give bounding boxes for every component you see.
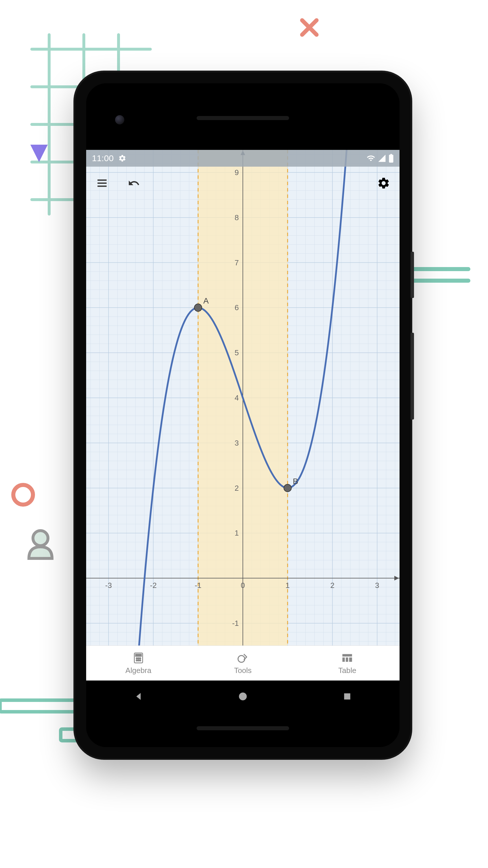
svg-rect-171 <box>343 654 352 656</box>
tools-icon <box>236 652 249 664</box>
svg-text:3: 3 <box>375 581 379 590</box>
phone-top-bezel <box>86 83 399 150</box>
svg-text:-1: -1 <box>232 619 239 627</box>
front-camera <box>115 115 124 124</box>
table-icon <box>341 652 354 664</box>
signal-icon <box>378 154 386 163</box>
undo-button[interactable] <box>127 176 141 190</box>
svg-rect-18 <box>0 700 75 712</box>
tab-algebra[interactable]: Algebra <box>86 646 191 681</box>
svg-text:-1: -1 <box>195 581 201 590</box>
nav-home-button[interactable] <box>236 690 249 703</box>
menu-button[interactable] <box>95 176 109 190</box>
status-bar: 11:00 <box>86 150 399 167</box>
battery-icon <box>389 154 394 163</box>
svg-text:2: 2 <box>330 581 334 590</box>
bottom-tab-bar: Algebra Tools Table <box>86 646 399 681</box>
svg-point-157 <box>284 484 291 492</box>
svg-rect-173 <box>346 657 348 662</box>
svg-rect-172 <box>343 657 345 662</box>
earpiece-speaker <box>197 116 289 120</box>
svg-text:2: 2 <box>235 484 239 492</box>
phone-bezel: -3-2-10123-1123456789AB 11:00 <box>86 83 399 747</box>
svg-text:B: B <box>293 477 298 486</box>
svg-text:3: 3 <box>235 439 239 447</box>
svg-point-168 <box>138 660 139 661</box>
svg-point-165 <box>138 658 139 659</box>
graph-svg: -3-2-10123-1123456789AB <box>86 150 399 646</box>
tab-tools[interactable]: Tools <box>191 646 295 681</box>
nav-recent-button[interactable] <box>341 690 354 703</box>
svg-text:5: 5 <box>235 348 239 357</box>
bottom-speaker <box>197 726 289 730</box>
svg-point-16 <box>13 485 33 505</box>
svg-text:1: 1 <box>235 529 239 537</box>
svg-text:1: 1 <box>286 581 290 590</box>
svg-text:-3: -3 <box>105 581 112 590</box>
svg-point-155 <box>194 304 202 311</box>
svg-text:-2: -2 <box>150 581 157 590</box>
svg-line-9 <box>302 20 317 35</box>
svg-text:6: 6 <box>235 303 239 312</box>
svg-point-175 <box>239 693 247 701</box>
phone-volume-button <box>411 333 414 420</box>
svg-rect-163 <box>136 654 141 656</box>
tab-label: Tools <box>234 666 252 675</box>
android-nav-bar <box>86 681 399 712</box>
phone-frame: -3-2-10123-1123456789AB 11:00 <box>75 72 411 758</box>
graph-canvas[interactable]: -3-2-10123-1123456789AB <box>86 150 399 646</box>
svg-line-8 <box>302 20 317 35</box>
svg-marker-136 <box>394 576 399 580</box>
status-settings-icon <box>118 154 126 162</box>
phone-bottom-bezel <box>86 681 399 747</box>
nav-back-button[interactable] <box>132 690 145 703</box>
svg-text:8: 8 <box>235 213 239 222</box>
svg-marker-11 <box>30 145 48 162</box>
wifi-icon <box>366 154 375 163</box>
phone-screen: -3-2-10123-1123456789AB 11:00 <box>86 150 399 681</box>
app-toolbar <box>86 170 399 196</box>
svg-rect-176 <box>344 693 350 699</box>
settings-button[interactable] <box>377 176 391 190</box>
calculator-icon <box>132 652 145 664</box>
tab-label: Table <box>338 666 356 675</box>
svg-text:4: 4 <box>235 394 239 402</box>
tab-label: Algebra <box>126 666 152 675</box>
svg-point-169 <box>139 660 140 661</box>
svg-text:A: A <box>203 296 209 305</box>
svg-point-167 <box>136 660 137 661</box>
tab-table[interactable]: Table <box>295 646 399 681</box>
svg-text:7: 7 <box>235 258 239 267</box>
svg-point-164 <box>136 658 137 659</box>
status-time: 11:00 <box>92 153 113 163</box>
phone-power-button <box>411 252 414 298</box>
svg-point-166 <box>139 658 140 659</box>
svg-point-170 <box>238 655 245 662</box>
svg-rect-174 <box>349 657 352 662</box>
svg-text:0: 0 <box>241 581 245 590</box>
svg-point-17 <box>33 531 48 546</box>
